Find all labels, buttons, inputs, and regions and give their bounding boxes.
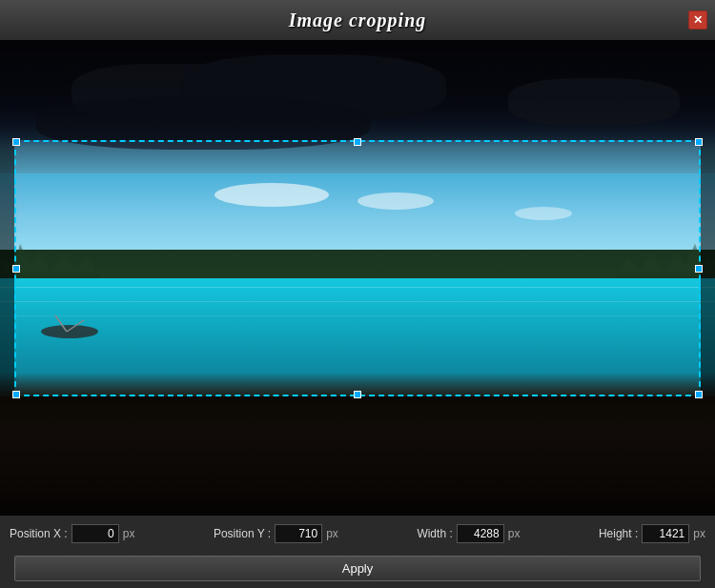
controls-bar: Position X : px Position Y : px Width : … <box>0 516 715 552</box>
close-button[interactable]: ✕ <box>688 10 707 30</box>
position-y-label: Position Y : <box>214 527 271 540</box>
apply-button[interactable]: Apply <box>14 556 701 581</box>
width-label: Width : <box>417 527 452 540</box>
position-x-input[interactable] <box>72 524 119 543</box>
position-y-input[interactable] <box>275 524 322 543</box>
svg-point-0 <box>41 325 98 338</box>
height-input[interactable] <box>642 524 689 543</box>
ground-layer <box>0 373 715 516</box>
position-x-group: Position X : px <box>10 524 134 543</box>
height-unit: px <box>693 527 705 540</box>
title-bar: Image cropping ✕ <box>0 0 715 40</box>
width-group: Width : px <box>417 524 520 543</box>
height-group: Height : px <box>599 524 705 543</box>
window-title: Image cropping <box>289 10 427 31</box>
sky-layer <box>0 40 715 254</box>
position-x-label: Position X : <box>10 527 68 540</box>
width-input[interactable] <box>457 524 504 543</box>
boat <box>36 311 112 339</box>
image-canvas[interactable] <box>0 40 715 516</box>
apply-bar: Apply <box>0 552 715 588</box>
position-y-unit: px <box>326 527 338 540</box>
position-y-group: Position Y : px <box>214 524 338 543</box>
main-window: Image cropping ✕ <box>0 0 715 588</box>
image-scene <box>0 40 715 516</box>
height-label: Height : <box>599 527 638 540</box>
width-unit: px <box>508 527 521 540</box>
position-x-unit: px <box>123 527 135 540</box>
